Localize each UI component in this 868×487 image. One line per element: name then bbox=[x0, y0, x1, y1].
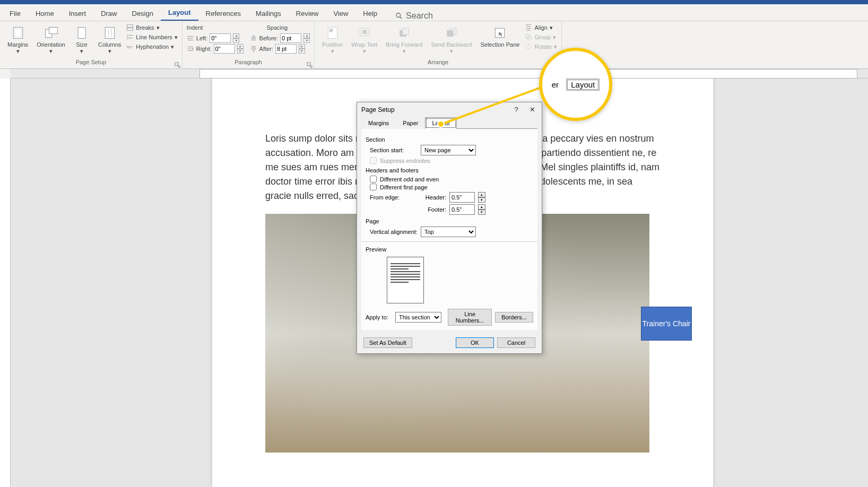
different-first-page-checkbox[interactable] bbox=[370, 184, 377, 190]
trainers-chair-callout[interactable]: Trainer's Chair bbox=[641, 307, 692, 341]
spacing-after-spinner[interactable]: ▴▾ bbox=[299, 44, 305, 54]
columns-icon bbox=[102, 25, 117, 40]
dialog-tab-paper[interactable]: Paper bbox=[396, 117, 425, 129]
footer-distance-input[interactable] bbox=[449, 204, 475, 215]
indent-right-spinner[interactable]: ▴▾ bbox=[237, 44, 244, 54]
svg-point-0 bbox=[396, 13, 401, 18]
spacing-before-label: Before: bbox=[259, 35, 278, 41]
callout-connector-line bbox=[436, 80, 553, 133]
indent-left-row: Left: ▴▾ bbox=[187, 33, 244, 44]
position-icon bbox=[325, 25, 340, 40]
section-start-label: Section start: bbox=[370, 147, 418, 153]
section-start-select[interactable]: New page bbox=[421, 145, 476, 155]
align-button[interactable]: Align ▾ bbox=[525, 23, 557, 32]
tab-review[interactable]: Review bbox=[289, 6, 326, 21]
dialog-tab-margins[interactable]: Margins bbox=[361, 117, 396, 129]
breaks-button[interactable]: Breaks ▾ bbox=[126, 23, 177, 32]
indent-left-icon bbox=[187, 34, 194, 42]
align-icon bbox=[525, 24, 532, 31]
tab-mailings[interactable]: Mailings bbox=[248, 6, 289, 21]
tab-design[interactable]: Design bbox=[125, 6, 161, 21]
page-setup-dialog-launcher[interactable] bbox=[175, 61, 181, 67]
wrap-text-label: Wrap Text bbox=[351, 41, 377, 48]
rotate-button[interactable]: Rotate ▾ bbox=[525, 42, 557, 51]
indent-left-spinner[interactable]: ▴▾ bbox=[233, 33, 239, 43]
bring-forward-button[interactable]: Bring Forward ▾ bbox=[383, 23, 426, 57]
svg-text:bc: bc bbox=[127, 45, 131, 49]
header-distance-spinner[interactable]: ▴▾ bbox=[478, 192, 485, 203]
tab-insert[interactable]: Insert bbox=[62, 6, 94, 21]
tab-references[interactable]: References bbox=[198, 6, 248, 21]
rotate-label: Rotate bbox=[534, 44, 551, 50]
indent-header: Indent bbox=[187, 23, 203, 33]
vertical-alignment-select[interactable]: Top bbox=[421, 227, 476, 237]
horizontal-ruler-area bbox=[11, 69, 868, 79]
svg-rect-5 bbox=[49, 28, 58, 34]
callout-highlighted-tab: Layout bbox=[566, 79, 600, 91]
orientation-icon bbox=[44, 25, 58, 40]
ribbon-tabbar: File Home Insert Draw Design Layout Refe… bbox=[0, 4, 868, 21]
wrap-text-button[interactable]: Wrap Text ▾ bbox=[348, 23, 380, 57]
spacing-after-row: After: ▴▾ bbox=[250, 44, 310, 54]
vertical-alignment-label: Vertical alignment: bbox=[370, 229, 418, 235]
orientation-button[interactable]: Orientation ▾ bbox=[33, 23, 68, 57]
preview-thumbnail bbox=[387, 257, 424, 303]
svg-rect-10 bbox=[127, 25, 133, 27]
size-button[interactable]: Size ▾ bbox=[71, 23, 93, 57]
different-odd-even-checkbox[interactable] bbox=[370, 176, 377, 182]
spacing-before-spinner[interactable]: ▴▾ bbox=[303, 33, 310, 43]
apply-to-label: Apply to: bbox=[366, 314, 392, 320]
tab-layout[interactable]: Layout bbox=[161, 5, 198, 21]
ribbon-group-paragraph: Indent Spacing Left: ▴▾ Right: ▴▾ bbox=[183, 21, 315, 68]
callout-magnifier: er Layout bbox=[539, 48, 612, 121]
apply-to-select[interactable]: This section bbox=[395, 312, 441, 323]
tab-view[interactable]: View bbox=[326, 6, 355, 21]
indent-left-label: Left: bbox=[196, 35, 207, 41]
svg-text:2: 2 bbox=[127, 37, 128, 40]
line-numbers-icon: 12 bbox=[126, 33, 134, 41]
ribbon-search[interactable]: Search bbox=[395, 11, 433, 21]
set-as-default-button[interactable]: Set As Default bbox=[363, 337, 412, 348]
hyphenation-icon: bc bbox=[126, 43, 134, 50]
borders-button-dialog[interactable]: Borders... bbox=[495, 312, 533, 323]
header-distance-input[interactable] bbox=[449, 192, 475, 203]
bring-forward-icon bbox=[397, 25, 412, 40]
line-numbers-button[interactable]: 12 Line Numbers ▾ bbox=[126, 33, 177, 41]
cancel-button[interactable]: Cancel bbox=[497, 337, 535, 348]
send-backward-button[interactable]: Send Backward ▾ bbox=[428, 23, 475, 57]
tab-help[interactable]: Help bbox=[355, 6, 385, 21]
group-button[interactable]: Group ▾ bbox=[525, 33, 557, 41]
send-backward-label: Send Backward bbox=[431, 41, 472, 48]
margins-label: Margins bbox=[7, 41, 28, 48]
indent-left-input[interactable] bbox=[210, 33, 231, 43]
callout-dot bbox=[437, 120, 445, 128]
tab-home[interactable]: Home bbox=[28, 6, 62, 21]
paragraph-dialog-launcher[interactable] bbox=[307, 61, 313, 67]
spacing-before-input[interactable] bbox=[280, 33, 301, 43]
chevron-down-icon: ▾ bbox=[80, 48, 83, 55]
spacing-after-input[interactable] bbox=[275, 44, 297, 54]
ok-button[interactable]: OK bbox=[456, 337, 494, 348]
indent-right-label: Right: bbox=[196, 46, 212, 52]
footer-distance-spinner[interactable]: ▴▾ bbox=[478, 204, 485, 215]
send-backward-icon bbox=[444, 25, 459, 40]
spacing-after-icon bbox=[250, 45, 257, 53]
indent-right-input[interactable] bbox=[214, 44, 235, 54]
line-numbers-button-dialog[interactable]: Line Numbers... bbox=[448, 309, 492, 326]
svg-rect-26 bbox=[447, 30, 453, 37]
selection-pane-button[interactable]: Selection Pane bbox=[477, 23, 523, 50]
columns-button[interactable]: Columns ▾ bbox=[95, 23, 124, 57]
hyphenation-button[interactable]: bc Hyphenation ▾ bbox=[126, 42, 177, 51]
vertical-ruler[interactable] bbox=[0, 79, 11, 487]
ribbon-group-arrange: Position ▾ Wrap Text ▾ Bring Forward ▾ S… bbox=[315, 21, 562, 68]
bring-forward-label: Bring Forward bbox=[386, 41, 422, 48]
position-button[interactable]: Position ▾ bbox=[319, 23, 346, 57]
margins-button[interactable]: Margins ▾ bbox=[4, 23, 31, 57]
header-distance-label: Header: bbox=[421, 194, 446, 201]
rotate-icon bbox=[525, 43, 532, 50]
dialog-title: Page Setup bbox=[361, 106, 395, 114]
tab-draw[interactable]: Draw bbox=[93, 6, 124, 21]
margins-icon bbox=[11, 25, 25, 40]
horizontal-ruler[interactable] bbox=[199, 69, 857, 79]
tab-file[interactable]: File bbox=[2, 6, 28, 21]
